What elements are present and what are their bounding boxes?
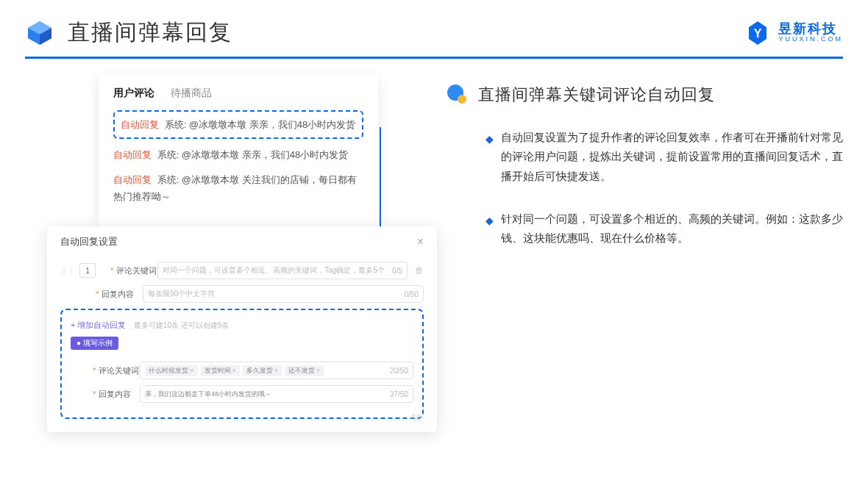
tab-user-comments[interactable]: 用户评论 xyxy=(113,87,154,100)
form-row-keyword: ⋮⋮ 1 * 评论关键词 对同一个问题，可设置多个相近、高频的关键词，Tag确定… xyxy=(60,262,424,279)
char-counter: 20/50 xyxy=(390,367,408,375)
modal-title: 自动回复设置 xyxy=(60,235,118,248)
point-text: 自动回复设置为了提升作者的评论回复效率，作者可在开播前针对常见的评论用户问题，提… xyxy=(501,128,843,186)
content-label: 回复内容 xyxy=(102,289,143,300)
right-column: 直播间弹幕关键词评论自动回复 ◆ 自动回复设置为了提升作者的评论回复效率，作者可… xyxy=(415,66,843,441)
char-counter: 0/5 xyxy=(392,267,402,275)
example-block: + 增加自动回复 最多可建10条 还可以创建9条 ● 填写示例 * 评论关键词 … xyxy=(60,309,424,419)
required-asterisk: * xyxy=(93,366,96,375)
keyword-tag[interactable]: 多久发货× xyxy=(243,365,282,376)
comment-panel: 用户评论 待播商品 自动回复 系统: @冰墩墩本墩 亲亲，我们48小时内发货 自… xyxy=(99,75,378,229)
header-divider xyxy=(25,57,843,59)
reply-text: 系统: @冰墩墩本墩 亲亲，我们48小时内发货 xyxy=(165,119,356,130)
form-row-content: * 回复内容 每条限50个中文字符 0/50 xyxy=(60,285,424,303)
required-asterisk: * xyxy=(110,266,113,275)
brand-block: Y 昱新科技 YUUXIN.COM xyxy=(744,20,843,46)
content-input[interactable]: 每条限50个中文字符 0/50 xyxy=(143,285,424,303)
example-kw-label: 评论关键词 xyxy=(99,365,140,376)
example-content-text: 亲，我们这边都是下单48小时内发货的哦～ xyxy=(145,390,271,399)
auto-reply-label: 自动回复 xyxy=(121,119,159,130)
brand-name-en: YUUXIN.COM xyxy=(778,36,843,43)
diamond-icon: ◆ xyxy=(485,212,494,248)
example-badge: ● 填写示例 xyxy=(71,337,118,350)
left-column: 用户评论 待播商品 自动回复 系统: @冰墩墩本墩 亲亲，我们48小时内发货 自… xyxy=(25,66,408,441)
page-header: 直播间弹幕回复 Y 昱新科技 YUUXIN.COM xyxy=(0,0,868,57)
decorative-bullet-icon xyxy=(447,85,468,105)
required-asterisk: * xyxy=(96,290,99,298)
order-number: 1 xyxy=(79,263,96,278)
section-heading: 直播间弹幕关键词评论自动回复 xyxy=(447,84,843,106)
cube-icon xyxy=(25,18,54,48)
keyword-tag[interactable]: 发货时间× xyxy=(201,365,240,376)
bullet-point: ◆ 自动回复设置为了提升作者的评论回复效率，作者可在开播前针对常见的评论用户问题… xyxy=(447,128,843,186)
keyword-input[interactable]: 对同一个问题，可设置多个相近、高频的关键词，Tag确定，最多5个 0/5 xyxy=(157,262,408,279)
reply-item: 自动回复 系统: @冰墩墩本墩 亲亲，我们48小时内发货 xyxy=(113,146,363,163)
placeholder-text: 每条限50个中文字符 xyxy=(148,289,215,299)
point-text: 针对同一个问题，可设置多个相近的、高频的关键词。例如：这款多少钱、这块能优惠吗、… xyxy=(501,209,843,248)
comment-tabs: 用户评论 待播商品 xyxy=(113,87,363,100)
required-asterisk: * xyxy=(93,390,96,398)
highlighted-reply: 自动回复 系统: @冰墩墩本墩 亲亲，我们48小时内发货 xyxy=(113,110,363,139)
example-content-label: 回复内容 xyxy=(99,389,140,400)
diamond-icon: ◆ xyxy=(485,130,494,186)
page-title: 直播间弹幕回复 xyxy=(68,18,232,48)
add-auto-reply-link[interactable]: + 增加自动回复 xyxy=(71,320,126,331)
drag-handle-icon[interactable]: ⋮⋮ xyxy=(60,267,75,275)
char-counter: 0/50 xyxy=(405,290,419,298)
reply-item: 自动回复 系统: @冰墩墩本墩 关注我们的店铺，每日都有热门推荐呦～ xyxy=(113,171,363,206)
keyword-tag[interactable]: 还不发货× xyxy=(285,365,324,376)
side-char-counter: /50 xyxy=(410,414,421,422)
add-hint: 最多可建10条 还可以创建9条 xyxy=(134,321,229,329)
tab-pending-products[interactable]: 待播商品 xyxy=(171,87,212,100)
example-kw-input[interactable]: 什么时候发货×发货时间×多久发货×还不发货× 20/50 xyxy=(140,362,413,379)
auto-reply-label: 自动回复 xyxy=(113,149,152,160)
auto-reply-settings-modal: 自动回复设置 × ⋮⋮ 1 * 评论关键词 对同一个问题，可设置多个相近、高频的… xyxy=(47,226,437,432)
reply-text: 系统: @冰墩墩本墩 亲亲，我们48小时内发货 xyxy=(157,149,349,160)
trash-icon[interactable]: 🗑 xyxy=(415,265,424,276)
auto-reply-label: 自动回复 xyxy=(113,174,152,185)
placeholder-text: 对同一个问题，可设置多个相近、高频的关键词，Tag确定，最多5个 xyxy=(163,265,385,276)
bullet-point: ◆ 针对同一个问题，可设置多个相近的、高频的关键词。例如：这款多少钱、这块能优惠… xyxy=(447,209,843,248)
close-icon[interactable]: × xyxy=(417,235,424,248)
svg-text:Y: Y xyxy=(754,27,762,40)
keyword-label: 评论关键词 xyxy=(116,265,157,276)
char-counter: 37/50 xyxy=(390,390,408,398)
keyword-tag[interactable]: 什么时候发货× xyxy=(145,365,197,376)
brand-logo-icon: Y xyxy=(744,20,771,46)
brand-name-cn: 昱新科技 xyxy=(778,22,843,37)
section-title: 直播间弹幕关键词评论自动回复 xyxy=(478,84,715,106)
example-content-input[interactable]: 亲，我们这边都是下单48小时内发货的哦～ 37/50 xyxy=(140,385,413,403)
